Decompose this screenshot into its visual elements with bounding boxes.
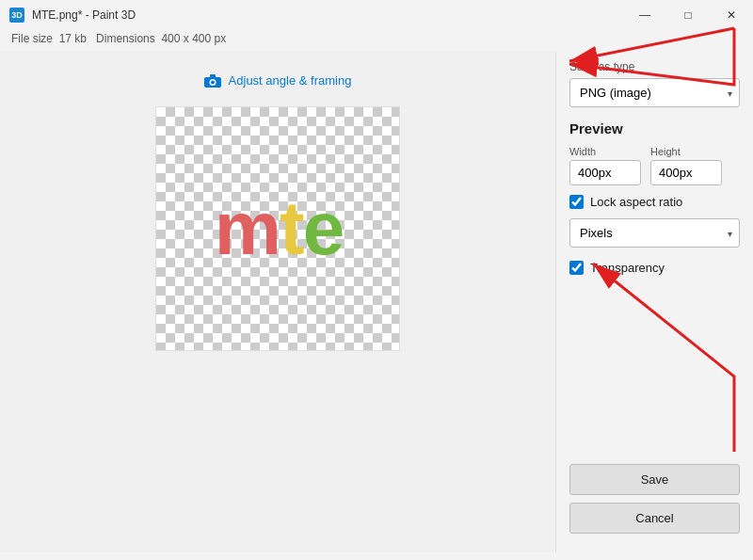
letter-e: e xyxy=(303,185,342,272)
file-info-bar: File size 17 kb Dimensions 400 x 400 px xyxy=(0,30,753,51)
preview-label: Preview xyxy=(569,120,740,136)
letter-t: t xyxy=(280,185,301,272)
canvas-preview: m t e xyxy=(155,106,400,351)
dimensions-label: Dimensions xyxy=(96,32,155,45)
lock-aspect-ratio-checkbox[interactable] xyxy=(569,195,584,209)
title-bar-controls: — □ ✕ xyxy=(623,0,753,30)
lock-aspect-ratio-row: Lock aspect ratio xyxy=(569,195,740,209)
width-group: Width xyxy=(569,146,641,185)
action-buttons: Save Cancel xyxy=(569,464,740,543)
adjust-angle-label: Adjust angle & framing xyxy=(229,73,352,88)
adjust-angle-button[interactable]: Adjust angle & framing xyxy=(197,70,360,91)
width-label: Width xyxy=(569,146,641,157)
save-as-type-dropdown[interactable]: PNG (image) JPEG (image) BMP (image) GIF… xyxy=(569,78,740,107)
title-bar: 3D MTE.png* - Paint 3D — □ ✕ xyxy=(0,0,753,30)
dimensions-value: 400 x 400 px xyxy=(161,32,226,45)
height-label: Height xyxy=(650,146,722,157)
svg-point-2 xyxy=(211,80,215,84)
save-as-type-dropdown-wrapper: PNG (image) JPEG (image) BMP (image) GIF… xyxy=(569,78,740,107)
transparency-row: Transparency xyxy=(569,261,740,275)
file-size-label: File size xyxy=(11,32,53,45)
width-input[interactable] xyxy=(569,160,641,185)
camera-icon xyxy=(204,74,221,88)
title-bar-left: 3D MTE.png* - Paint 3D xyxy=(9,8,136,23)
save-button[interactable]: Save xyxy=(569,464,740,495)
lock-aspect-ratio-label[interactable]: Lock aspect ratio xyxy=(590,195,682,209)
canvas-area: Adjust angle & framing m t e xyxy=(0,51,555,552)
maximize-button[interactable]: □ xyxy=(666,0,710,30)
transparency-checkbox[interactable] xyxy=(569,261,584,275)
close-button[interactable]: ✕ xyxy=(710,0,753,30)
height-group: Height xyxy=(650,146,722,185)
height-input[interactable] xyxy=(650,160,722,185)
save-as-type-label: Save as type xyxy=(569,60,740,73)
transparency-label[interactable]: Transparency xyxy=(590,261,665,275)
svg-rect-3 xyxy=(210,74,216,78)
right-panel: Save as type PNG (image) JPEG (image) BM… xyxy=(555,51,753,552)
letter-m: m xyxy=(215,185,278,272)
main-container: Adjust angle & framing m t e Save as typ… xyxy=(0,51,753,552)
file-size-value: 17 kb xyxy=(59,32,87,45)
units-dropdown-wrapper: Pixels Inches Centimeters ▾ xyxy=(569,218,740,248)
units-dropdown[interactable]: Pixels Inches Centimeters xyxy=(569,218,740,248)
app-icon: 3D xyxy=(9,8,24,23)
minimize-button[interactable]: — xyxy=(623,0,666,30)
dimensions-row: Width Height xyxy=(569,146,740,185)
mte-logo: m t e xyxy=(215,185,341,272)
window-title: MTE.png* - Paint 3D xyxy=(32,8,136,22)
cancel-button[interactable]: Cancel xyxy=(569,503,740,534)
